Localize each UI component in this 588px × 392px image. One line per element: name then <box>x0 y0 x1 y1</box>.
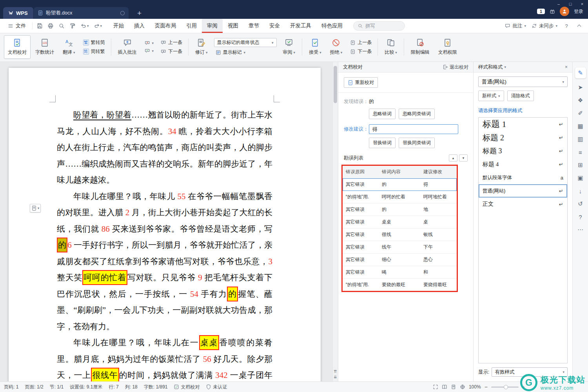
tab-pin-icon[interactable] <box>120 11 125 15</box>
previous-comment-button[interactable]: 上一条 <box>159 39 184 46</box>
gift-icon[interactable] <box>550 9 555 14</box>
save-button[interactable] <box>34 19 45 33</box>
document-outline-icon[interactable]: ≡ <box>577 148 584 156</box>
style-item[interactable]: 标题 3↵ <box>479 144 567 158</box>
exit-proofread-button[interactable]: 退出校对 <box>443 64 468 71</box>
table-icon[interactable]: ▦ <box>577 122 584 130</box>
delete-comment-button[interactable]: ▾ <box>143 40 156 46</box>
accept-button[interactable]: 接受▾ <box>305 35 325 59</box>
errata-row[interactable]: 其它错误很线银线 <box>343 229 457 241</box>
status-item-2[interactable]: 节: 1/1 <box>50 384 64 390</box>
print-preview-button[interactable] <box>56 19 67 33</box>
style-item[interactable]: 默认段落字体a <box>479 171 567 184</box>
menu-tab-开发工具[interactable]: 开发工具 <box>285 19 316 33</box>
login-label[interactable]: 登录 <box>574 8 583 15</box>
simp-to-trad-button[interactable]: 简简转繁 <box>82 48 107 55</box>
fullscreen-icon[interactable] <box>433 384 438 390</box>
menu-tab-插入[interactable]: 插入 <box>129 19 150 33</box>
ignore-error-button[interactable]: 忽略错词 <box>369 109 396 119</box>
apps-grid-icon[interactable]: ⊞ <box>577 161 584 169</box>
clear-format-button[interactable]: 清除格式 <box>507 91 534 101</box>
status-item-3[interactable]: 设置值: 9.1厘米 <box>70 384 102 390</box>
recheck-button[interactable]: 重新校对 <box>344 77 378 88</box>
errata-row[interactable]: “的得地”用.要烧的最旺要烧得最旺 <box>343 279 457 291</box>
status-item-4[interactable]: 行: 7 <box>109 384 118 390</box>
suggestion-input[interactable]: 得 <box>369 124 458 134</box>
menu-tab-审阅[interactable]: 审阅 <box>202 19 223 33</box>
style-item[interactable]: 标题 1↵ <box>479 118 567 131</box>
select-cursor-icon[interactable]: ➤ <box>577 83 584 91</box>
paragraph[interactable]: 年味儿在哪里？哦，年味儿在一桌桌香喷喷的菜肴里。腊月底，妈妈为过年的饭菜忙活了 … <box>57 335 272 381</box>
share-icon[interactable]: ❖ <box>577 96 584 104</box>
show-style-dropdown[interactable]: 有效样式▾ <box>492 367 568 377</box>
status-item-0[interactable]: 页码: 1 <box>4 384 18 390</box>
next-change-button[interactable]: 下一条 <box>348 48 373 55</box>
show-markup-button[interactable]: 显示标记▾ <box>214 49 277 56</box>
help-button[interactable]: ? <box>563 23 570 29</box>
statusbar-proofread[interactable]: 文档校对 <box>174 384 200 390</box>
errata-row[interactable]: 其它错误喝和 <box>343 266 457 279</box>
styles-panel-title[interactable]: 样式和格式▾ <box>478 64 506 71</box>
doc-permission-button[interactable]: 文档权限 <box>434 35 461 59</box>
restrict-editing-button[interactable]: 限制编辑 <box>407 35 434 59</box>
edit-pen-icon[interactable]: ✎ <box>575 67 586 78</box>
format-painter-button[interactable] <box>67 19 78 33</box>
notification-badge[interactable]: 1 <box>537 9 545 14</box>
document-tab[interactable]: 盼望着.docx <box>34 7 129 19</box>
track-changes-button[interactable]: 修订▾ <box>191 35 212 59</box>
errata-row[interactable]: 其它错误桌桌桌 <box>343 216 457 229</box>
menu-tab-特色应用[interactable]: 特色应用 <box>316 19 348 33</box>
highlighter-icon[interactable]: ✐ <box>577 109 584 117</box>
style-item[interactable]: 普通(网站)↵ <box>479 184 567 198</box>
scrollbar-thumb[interactable] <box>334 66 337 103</box>
redo-button[interactable]: ▾ <box>91 19 105 33</box>
history-icon[interactable]: ↺ <box>577 200 584 208</box>
review-button[interactable]: 审阅▾ <box>279 35 299 59</box>
spell-search-box[interactable]: 拼写 <box>353 21 405 31</box>
reject-button[interactable]: 拒绝▾ <box>326 35 347 59</box>
style-item[interactable]: 标题 4↵ <box>479 158 567 171</box>
replace-same-error-button[interactable]: 替换同类错词 <box>399 138 435 148</box>
document-area[interactable]: 盼望着，盼望着……翘首以盼的新年近了。街市上车水马龙，人山人海，好不热闹。34 … <box>0 62 332 381</box>
paragraph[interactable]: 年味儿在哪里？哦，年味儿 55 在爷爷一幅幅笔墨飘香的对联里。进入腊 2 月，街… <box>57 189 272 335</box>
web-view-icon[interactable] <box>460 384 465 390</box>
document-page[interactable]: 盼望着，盼望着……翘首以盼的新年近了。街市上车水马龙，人山人海，好不热闹。34 … <box>9 68 321 381</box>
errata-row[interactable]: “的得地”用.呵呵的忙着呵呵地忙着 <box>343 191 457 203</box>
menu-tab-视图[interactable]: 视图 <box>223 19 243 33</box>
help-icon[interactable]: ? <box>577 213 584 221</box>
zoom-slider[interactable] <box>491 387 519 388</box>
zoom-slider-thumb[interactable] <box>504 385 508 389</box>
zoom-in-button[interactable]: + <box>522 384 525 390</box>
statusbar-certification[interactable]: 未认证 <box>206 384 227 390</box>
sync-status-button[interactable]: 未同步▾ <box>532 23 557 29</box>
zoom-out-button[interactable]: − <box>485 384 488 390</box>
previous-change-button[interactable]: 上一条 <box>348 39 373 46</box>
document-scrollbar[interactable]: ⇈ ⇊ <box>332 62 338 381</box>
insert-comment-button[interactable]: 插入批注 <box>114 35 141 59</box>
menu-tab-开始[interactable]: 开始 <box>108 19 129 33</box>
markup-state-dropdown[interactable]: 显示标记的最终状态▾ <box>214 38 277 47</box>
status-item-1[interactable]: 页面: 1/2 <box>25 384 43 390</box>
resolve-comment-button[interactable]: ▾ <box>143 48 156 54</box>
more-options-icon[interactable]: ⋯ <box>577 226 584 234</box>
word-count-button[interactable]: 123 字数统计 <box>31 35 58 59</box>
undo-button[interactable]: ▾ <box>78 19 91 33</box>
image-icon[interactable]: ▣ <box>577 174 584 182</box>
errata-row[interactable]: 其它错误线午下午 <box>343 241 457 254</box>
previous-page-button[interactable]: ⇈ <box>334 370 337 374</box>
next-comment-button[interactable]: 下一条 <box>159 48 184 55</box>
style-item[interactable]: 正文↵ <box>479 198 567 211</box>
status-item-5[interactable]: 列: 18 <box>125 384 138 390</box>
doc-proofread-button[interactable]: 文档校对 <box>4 35 31 59</box>
chart-icon[interactable]: ▥ <box>577 135 584 143</box>
download-icon[interactable]: ↓ <box>577 187 584 195</box>
paste-options-button[interactable]: ▾ <box>30 204 41 212</box>
read-mode-icon[interactable] <box>442 384 447 390</box>
menu-tab-引用[interactable]: 引用 <box>181 19 202 33</box>
errata-row[interactable]: 其它错误的地 <box>343 203 457 216</box>
replace-error-button[interactable]: 替换错词 <box>369 138 396 148</box>
status-item-6[interactable]: 字数: 1/891 <box>144 384 168 390</box>
trad-to-simp-button[interactable]: 繁繁转简 <box>82 39 107 46</box>
close-panel-button[interactable]: × <box>565 64 568 70</box>
menu-tab-安全[interactable]: 安全 <box>264 19 285 33</box>
